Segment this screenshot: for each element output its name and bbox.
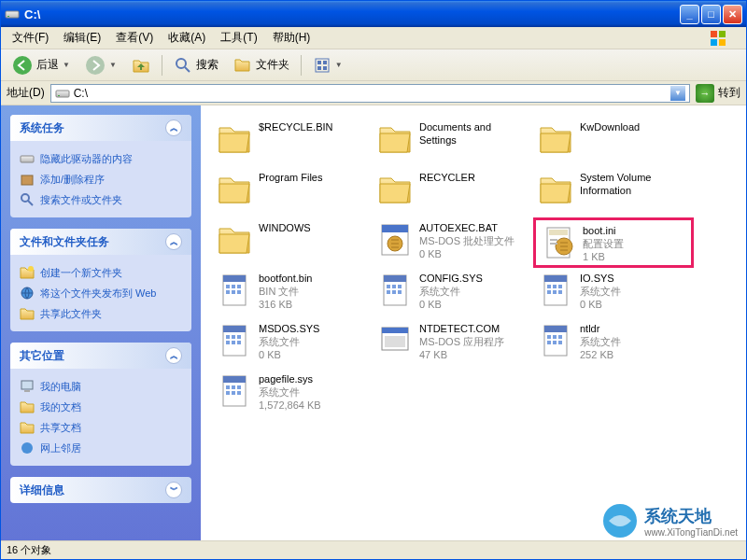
svg-rect-56 <box>553 290 557 294</box>
svg-rect-33 <box>550 243 557 245</box>
ini-icon <box>540 224 577 261</box>
minimize-button[interactable]: _ <box>680 5 699 24</box>
panel-header[interactable]: 其它位置 ︽ <box>10 343 191 369</box>
maximize-button[interactable]: □ <box>701 5 721 24</box>
task-my-documents[interactable]: 我的文档 <box>20 397 182 417</box>
forward-button[interactable]: ▼ <box>79 52 122 78</box>
menu-favorites[interactable]: 收藏(A) <box>161 28 213 48</box>
task-network[interactable]: 网上邻居 <box>20 438 182 458</box>
close-button[interactable]: ✕ <box>723 5 742 24</box>
sys-icon <box>537 272 574 309</box>
file-list[interactable]: $RECYCLE.BINDocuments and SettingsKwDown… <box>201 105 746 540</box>
svg-rect-17 <box>21 156 34 162</box>
file-item[interactable]: NTDETECT.COMMS-DOS 应用程序47 KB <box>373 318 533 369</box>
file-item[interactable]: AUTOEXEC.BATMS-DOS 批处理文件0 KB <box>373 217 533 268</box>
chevron-down-icon: ▼ <box>335 61 343 69</box>
file-item[interactable]: bootfont.binBIN 文件316 KB <box>212 268 373 318</box>
file-item[interactable]: boot.ini配置设置1 KB <box>533 217 694 268</box>
panel-details: 详细信息 ︾ <box>10 477 191 503</box>
file-item[interactable]: IO.SYS系统文件0 KB <box>533 268 694 318</box>
file-item[interactable]: $RECYCLE.BIN <box>212 117 373 167</box>
file-item[interactable]: Documents and Settings <box>373 117 533 167</box>
task-share-folder[interactable]: 共享此文件夹 <box>20 303 182 324</box>
task-add-remove[interactable]: 添加/删除程序 <box>20 169 182 189</box>
titlebar[interactable]: C:\ _ □ ✕ <box>1 1 746 27</box>
back-button[interactable]: 后退 ▼ <box>7 52 76 78</box>
file-name: IO.SYS <box>580 272 621 285</box>
address-combo[interactable]: C:\ ▼ <box>50 84 690 103</box>
panel-other-places: 其它位置 ︽ 我的电脑 我的文档 共享文档 网上邻居 <box>10 343 191 466</box>
svg-rect-30 <box>549 230 568 235</box>
svg-rect-27 <box>382 225 408 232</box>
svg-rect-44 <box>387 285 390 288</box>
svg-point-8 <box>176 59 186 68</box>
dropdown-button[interactable]: ▼ <box>670 86 685 101</box>
task-hide-contents[interactable]: 隐藏此驱动器的内容 <box>20 148 182 169</box>
tasks-sidebar: 系统任务 ︽ 隐藏此驱动器的内容 添加/删除程序 搜索文件或文件夹 文件和文件夹… <box>1 105 201 540</box>
svg-rect-48 <box>392 290 396 294</box>
svg-rect-2 <box>711 31 717 37</box>
file-type: 系统文件 <box>259 335 319 348</box>
watermark-url: www.XiTongTianDi.net <box>644 527 738 538</box>
windows-flag-icon <box>709 29 742 48</box>
file-item[interactable]: CONFIG.SYS系统文件0 KB <box>373 268 533 318</box>
expand-icon[interactable]: ︾ <box>165 482 182 498</box>
svg-rect-45 <box>392 285 396 288</box>
globe-icon <box>20 286 35 301</box>
search-button[interactable]: 搜索 <box>168 53 224 77</box>
menu-help[interactable]: 帮助(H) <box>265 28 318 48</box>
panel-header[interactable]: 系统任务 ︽ <box>10 115 191 141</box>
panel-title: 其它位置 <box>20 348 64 364</box>
new-folder-icon <box>20 265 35 280</box>
svg-rect-61 <box>232 335 235 339</box>
watermark: 系统天地 www.XiTongTianDi.net <box>601 502 738 539</box>
file-name: System Volume Information <box>580 171 690 197</box>
svg-rect-84 <box>237 391 241 395</box>
folders-button[interactable]: 文件夹 <box>228 53 295 77</box>
documents-icon <box>20 399 35 414</box>
svg-rect-38 <box>237 285 241 288</box>
task-shared-documents[interactable]: 共享文档 <box>20 417 182 438</box>
sys-icon <box>376 272 414 309</box>
go-button[interactable]: → 转到 <box>696 84 740 103</box>
menu-view[interactable]: 查看(V) <box>108 28 161 48</box>
file-item[interactable]: WINDOWS <box>212 217 373 268</box>
svg-rect-64 <box>232 341 235 344</box>
file-name: NTDETECT.COM <box>419 322 504 335</box>
file-item[interactable]: System Volume Information <box>533 167 694 217</box>
file-type: 配置设置 <box>583 237 624 250</box>
file-item[interactable]: Program Files <box>212 167 373 217</box>
file-item[interactable]: RECYCLER <box>373 167 533 217</box>
svg-rect-71 <box>547 335 551 339</box>
computer-icon <box>20 379 35 394</box>
folder-icon <box>376 120 414 158</box>
svg-rect-53 <box>553 285 557 288</box>
task-search-files[interactable]: 搜索文件或文件夹 <box>20 189 182 210</box>
menu-file[interactable]: 文件(F) <box>5 28 56 48</box>
collapse-icon[interactable]: ︽ <box>165 233 182 250</box>
file-item[interactable]: MSDOS.SYS系统文件0 KB <box>212 318 373 369</box>
task-new-folder[interactable]: 创建一个新文件夹 <box>20 262 182 283</box>
svg-rect-83 <box>232 391 235 395</box>
panel-header[interactable]: 详细信息 ︾ <box>10 477 191 503</box>
collapse-icon[interactable]: ︽ <box>165 347 182 364</box>
file-item[interactable]: ntldr系统文件252 KB <box>533 318 694 369</box>
window-controls: _ □ ✕ <box>680 5 742 24</box>
menu-tools[interactable]: 工具(T) <box>213 28 264 48</box>
task-my-computer[interactable]: 我的电脑 <box>20 376 182 397</box>
svg-rect-3 <box>719 31 726 37</box>
task-publish-web[interactable]: 将这个文件夹发布到 Web <box>20 283 182 303</box>
svg-rect-51 <box>544 275 567 282</box>
menu-edit[interactable]: 编辑(E) <box>56 28 108 48</box>
file-name: ntldr <box>580 322 621 335</box>
up-button[interactable] <box>126 53 156 77</box>
panel-header[interactable]: 文件和文件夹任务 ︽ <box>10 229 191 255</box>
file-item[interactable]: KwDownload <box>533 117 694 167</box>
collapse-icon[interactable]: ︽ <box>165 119 182 136</box>
search-label: 搜索 <box>196 57 218 73</box>
search-icon <box>20 192 35 207</box>
svg-rect-16 <box>58 95 60 96</box>
views-button[interactable]: ▼ <box>307 53 348 77</box>
svg-line-9 <box>185 67 190 72</box>
file-item[interactable]: pagefile.sys系统文件1,572,864 KB <box>212 369 373 419</box>
